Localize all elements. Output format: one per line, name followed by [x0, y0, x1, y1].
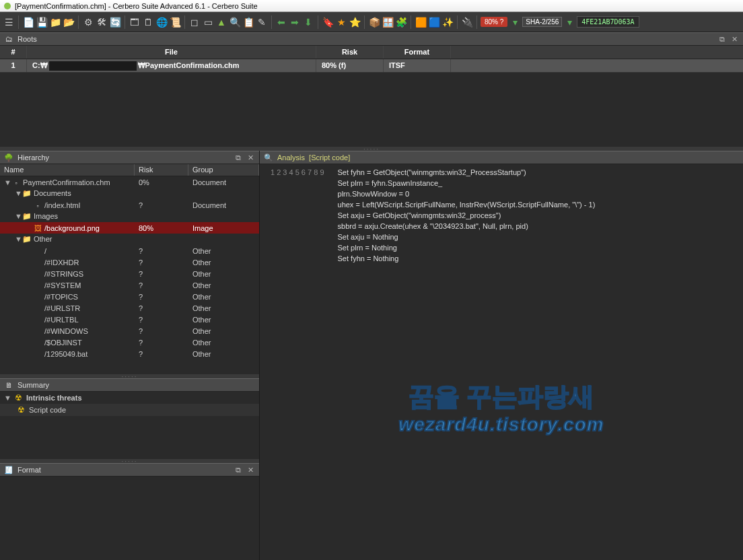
radiation-icon: ☢ — [15, 393, 22, 403]
tree-row[interactable]: /#STRINGS?Other — [0, 268, 259, 279]
roots-table: # File Risk Format 1C:₩₩PaymentConfirmat… — [0, 46, 743, 147]
tree-row[interactable]: /#WINDOWS?Other — [0, 325, 259, 337]
flag1-icon[interactable]: 🟧 — [415, 16, 427, 28]
hierarchy-table-head: Name Risk Group — [0, 164, 259, 176]
threats-heading[interactable]: ▼ ☢ Intrinsic threats — [0, 392, 259, 404]
restore-icon[interactable]: ⧉ — [234, 465, 243, 475]
table-row[interactable]: 1C:₩₩PaymentConfirmation.chm80% (f)ITSF — [0, 59, 743, 73]
tree-row[interactable]: /?Other — [0, 245, 259, 256]
restore-icon[interactable]: ⧉ — [717, 34, 727, 44]
threat-label: Script code — [29, 406, 66, 414]
pencil-icon[interactable]: ✎ — [256, 16, 268, 28]
globe-icon[interactable]: 🌐 — [155, 16, 168, 28]
close-icon[interactable]: ✕ — [246, 465, 255, 475]
script-icon[interactable]: 📜 — [169, 16, 181, 28]
code-area[interactable]: 1 2 3 4 5 6 7 8 9 Set fyhn = GetObject("… — [260, 164, 743, 560]
summary-header: 🗎 Summary — [0, 378, 259, 392]
star2-icon[interactable]: ⭐ — [349, 16, 361, 28]
col-file[interactable]: File — [27, 46, 316, 59]
close-icon[interactable]: ✕ — [730, 34, 739, 44]
doc-gear-icon[interactable]: 🛠 — [96, 16, 108, 28]
tree-row[interactable]: /#URLTBL?Other — [0, 314, 259, 325]
bookmark-icon[interactable]: 🔖 — [322, 16, 334, 28]
format-body — [0, 477, 259, 560]
new-icon[interactable]: 📄 — [22, 16, 34, 28]
col-name[interactable]: Name — [0, 164, 135, 176]
roots-header: 🗂 Roots ⧉ ✕ — [0, 32, 743, 46]
col-format[interactable]: Format — [384, 46, 451, 59]
tree-icon[interactable]: ▲ — [215, 16, 227, 28]
flag2-icon[interactable]: 🟦 — [428, 16, 440, 28]
summary-title: Summary — [17, 381, 49, 389]
restore-icon[interactable]: ⧉ — [234, 153, 243, 162]
list-icon[interactable]: 🗒 — [142, 16, 154, 28]
tree-row[interactable]: ▼📁Documents — [0, 188, 259, 199]
box-icon[interactable]: ◻ — [188, 16, 201, 28]
roots-title: Roots — [17, 35, 37, 43]
window-title: [PaymentConfirmation.chm] - Cerbero Suit… — [15, 2, 258, 10]
save-icon[interactable]: 💾 — [36, 16, 48, 28]
threats-title: Intrinsic threats — [26, 394, 82, 402]
tree-row[interactable]: /#URLSTR?Other — [0, 302, 259, 314]
tool1-icon[interactable]: 📦 — [368, 16, 380, 28]
tree-row[interactable]: ▼▫PaymentConfirmation.chm0%Document — [0, 176, 259, 188]
tree-row[interactable]: ▼📁Images — [0, 211, 259, 222]
threat-item[interactable]: ☢ Script code — [0, 404, 259, 416]
roots-table-head: # File Risk Format — [0, 46, 743, 59]
folder-icon[interactable]: 📂 — [63, 16, 75, 28]
hierarchy-icon: 🌳 — [4, 153, 13, 162]
down-icon[interactable]: ⬇ — [302, 16, 314, 28]
down2-icon[interactable]: ▾ — [563, 16, 575, 28]
open-icon[interactable]: 📁 — [49, 16, 61, 28]
gear-icon[interactable]: ⚙ — [82, 16, 94, 28]
analysis-subtitle: [Script code] — [309, 153, 350, 162]
tree-row[interactable]: /#IDXHDR?Other — [0, 256, 259, 268]
main-toolbar: ☰ 📄 💾 📁 📂 ⚙ 🛠 🔄 🗔 🗒 🌐 📜 ◻ ▭ ▲ 🔍 📋 ✎ ⬅ ➡ … — [0, 12, 743, 32]
window-icon[interactable]: 🗔 — [129, 16, 141, 28]
tree-row[interactable]: /$OBJINST?Other — [0, 337, 259, 348]
doc-icon[interactable]: 📋 — [242, 16, 254, 28]
risk-badge[interactable]: 80% ? — [481, 17, 507, 27]
format-header: 🧾 Format ⧉ ✕ — [0, 463, 259, 477]
roots-icon: 🗂 — [4, 34, 13, 44]
tool2-icon[interactable]: 🪟 — [382, 16, 394, 28]
tree-row[interactable]: ▫/index.html?Document — [0, 199, 259, 211]
format-icon: 🧾 — [4, 465, 13, 475]
hash-value[interactable]: 4FE21AB7D063A — [577, 16, 639, 28]
hierarchy-body: Name Risk Group ▼▫PaymentConfirmation.ch… — [0, 164, 259, 374]
hash-algo-select[interactable]: SHA-2/256 — [522, 17, 562, 27]
tree-row[interactable]: /#TOPICS?Other — [0, 291, 259, 302]
box2-icon[interactable]: ▭ — [202, 16, 214, 28]
tree-row[interactable]: /#SYSTEM?Other — [0, 279, 259, 291]
menu-icon[interactable]: ☰ — [3, 16, 15, 28]
title-bar: [PaymentConfirmation.chm] - Cerbero Suit… — [0, 0, 743, 12]
tree-row[interactable]: 🖼/background.png80%Image — [0, 222, 259, 234]
chevron-down-icon: ▼ — [4, 394, 11, 402]
search-icon[interactable]: 🔍 — [229, 16, 241, 28]
tool3-icon[interactable]: 🧩 — [395, 16, 407, 28]
code-lines: Set fyhn = GetObject("winmgmts:win32_Pro… — [331, 164, 602, 560]
down-arrow-icon[interactable]: ▾ — [509, 16, 521, 28]
close-icon[interactable]: ✕ — [246, 153, 255, 162]
refresh-icon[interactable]: 🔄 — [109, 16, 121, 28]
back-icon[interactable]: ⬅ — [275, 16, 287, 28]
summary-icon: 🗎 — [4, 380, 13, 390]
tree-row[interactable]: /1295049.bat?Other — [0, 348, 259, 359]
wand-icon[interactable]: ✨ — [441, 16, 454, 28]
analysis-icon: 🔍 — [264, 153, 273, 162]
col-risk[interactable]: Risk — [135, 164, 188, 176]
col-group[interactable]: Group — [188, 164, 259, 176]
tree-row[interactable]: ▼📁Other — [0, 234, 259, 245]
star-icon[interactable]: ★ — [335, 16, 347, 28]
hierarchy-title: Hierarchy — [17, 153, 49, 162]
forward-icon[interactable]: ➡ — [289, 16, 301, 28]
analysis-header: 🔍 Analysis [Script code] — [260, 151, 743, 164]
radiation-icon: ☢ — [17, 405, 25, 415]
analysis-title: Analysis — [277, 153, 305, 162]
plug-icon[interactable]: 🔌 — [461, 16, 473, 28]
col-index[interactable]: # — [0, 46, 27, 59]
col-risk[interactable]: Risk — [316, 46, 384, 59]
line-numbers: 1 2 3 4 5 6 7 8 9 — [260, 164, 331, 560]
format-title: Format — [17, 466, 41, 474]
app-icon — [3, 1, 12, 11]
